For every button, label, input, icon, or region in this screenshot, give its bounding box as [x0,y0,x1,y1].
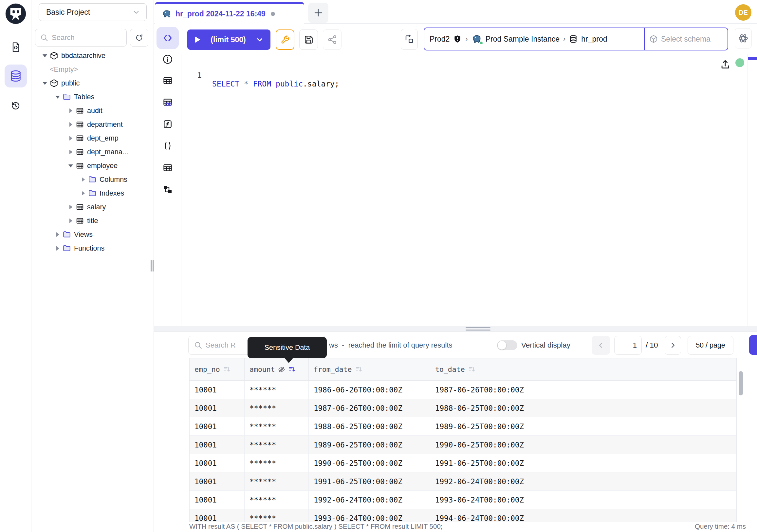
sidebar-search[interactable] [35,29,127,47]
toggle-knob [498,341,506,350]
folder-icon [88,189,97,198]
table-icon [76,120,84,129]
column-header-from-date[interactable]: from_date [309,359,430,380]
postgres-instance-icon [471,34,482,44]
connection-breadcrumb[interactable]: Prod2 › Prod Sample Instance › hr_prod S… [424,27,728,50]
environment-label: Prod2 [430,35,449,44]
column-header-amount[interactable]: amount [245,359,309,380]
vertical-display-toggle[interactable] [497,340,517,350]
sort-icon[interactable] [468,365,476,373]
caret-down-icon [55,96,61,99]
tree-item-views[interactable]: Views [31,228,154,241]
folder-icon [88,175,97,184]
page-total-label: / 10 [646,336,658,355]
table-row[interactable]: 10001******1993-06-24T00:00:00Z1994-06-2… [190,509,736,522]
ai-assistant-icon-button[interactable] [735,28,752,48]
editor-scroll-marker [748,57,757,60]
tree-item-title[interactable]: title [31,214,154,228]
query-limit-notice: ws - reached the limit of query results [329,336,452,355]
result-table-body: 10001******1986-06-26T00:00:00Z1987-06-2… [190,381,736,522]
table-row[interactable]: 10001******1989-06-25T00:00:00Z1990-06-2… [190,436,736,454]
parentheses-icon[interactable] [163,141,173,151]
caret-right-icon [68,150,74,154]
sidebar-search-input[interactable] [52,33,117,42]
bytebase-logo[interactable] [5,3,27,25]
tree-item-columns[interactable]: Columns [31,172,154,186]
function-icon[interactable] [163,119,173,129]
tree-item-dept-emp[interactable]: dept_emp [31,131,154,145]
editor-side-rail [154,54,181,326]
tree-item-audit[interactable]: audit [31,104,154,118]
caret-down-icon [68,165,74,168]
tree-item-indexes[interactable]: Indexes [31,186,154,200]
info-icon[interactable] [163,54,173,65]
sql-editor[interactable]: 1 SELECT * FROM public.salary; [181,54,757,326]
run-button-label: (limit 500) [201,35,256,44]
tab-hr-prod[interactable]: hr_prod 2024-11-22 16:49 [155,2,304,24]
panel-splitter[interactable] [154,326,757,332]
caret-right-icon [68,136,74,141]
tree-item-public[interactable]: public [31,76,154,90]
tab-bar: hr_prod 2024-11-22 16:49 DE [154,0,757,24]
play-icon [194,36,201,44]
table-icon [76,162,84,170]
sheet-table-icon[interactable] [163,163,173,173]
schema-tree: bbdataarchive <Empty> public Tables audi… [31,49,154,255]
select-schema-button[interactable]: Select schema [644,28,728,50]
database-icon [569,35,578,43]
column-header-emp-no[interactable]: emp_no [190,359,245,380]
tree-item-label: Columns [100,175,127,184]
worksheet-file-icon[interactable] [8,39,24,55]
next-page-button[interactable] [665,336,681,355]
export-button-clipped[interactable] [749,335,757,355]
table-row[interactable]: 10001******1990-06-25T00:00:00Z1991-06-2… [190,454,736,472]
caret-right-icon [80,177,86,182]
tree-item-tables[interactable]: Tables [31,90,154,104]
refresh-button[interactable] [130,29,148,47]
results-vertical-scrollbar[interactable] [739,371,743,395]
run-query-button[interactable]: (limit 500) [187,29,270,50]
schema-diagram-icon[interactable] [163,184,173,195]
tree-item-salary[interactable]: salary [31,200,154,214]
table-panel-icon[interactable] [163,75,173,86]
share-button[interactable] [323,29,342,50]
caret-down-icon [42,54,48,57]
sidebar-resize-handle[interactable] [151,259,154,273]
sort-icon[interactable] [355,365,363,373]
table-row[interactable]: 10001******1991-06-25T00:00:00Z1992-06-2… [190,472,736,491]
sensitive-data-tooltip: Sensitive Data [248,337,327,358]
caret-down-icon [42,82,48,85]
page-number-input[interactable] [614,336,642,355]
table-row[interactable]: 10001******1988-06-25T00:00:00Z1989-06-2… [190,417,736,436]
sql-editor-panel-icon-selected[interactable] [157,27,179,49]
project-selector[interactable]: Basic Project [39,3,147,21]
tree-item-employee[interactable]: employee [31,159,154,172]
tree-item-department[interactable]: department [31,118,154,131]
sort-icon-active[interactable] [288,365,296,373]
new-tab-button[interactable] [308,3,328,23]
run-options-chevron-icon[interactable] [256,35,264,44]
avatar[interactable]: DE [735,4,751,21]
table-row[interactable]: 10001******1992-06-24T00:00:00Z1993-06-2… [190,491,736,509]
tooltip-text: Sensitive Data [264,344,310,352]
prev-page-button[interactable] [591,336,610,355]
history-icon[interactable] [8,98,24,114]
tree-item-bbdataarchive[interactable]: bbdataarchive [31,49,154,63]
tree-item-functions[interactable]: Functions [31,241,154,255]
tree-item-label: department [87,121,123,129]
upload-sql-icon[interactable] [720,59,731,71]
format-sql-wrench-button[interactable] [276,29,294,50]
search-icon [40,33,48,42]
code-line: 1 SELECT * FROM public.salary; [181,63,209,97]
page-size-select[interactable]: 50 / page [687,336,733,355]
save-button[interactable] [299,29,318,50]
tree-item-dept-manager[interactable]: dept_mana... [31,145,154,159]
column-header-to-date[interactable]: to_date [430,359,552,380]
database-panel-icon-selected[interactable] [5,65,27,87]
sort-icon[interactable] [223,365,231,373]
column-label: emp_no [195,365,220,373]
table-row[interactable]: 10001******1986-06-26T00:00:00Z1987-06-2… [190,381,736,399]
connection-link-icon-button[interactable] [401,29,418,50]
masked-table-icon[interactable] [163,97,173,108]
table-row[interactable]: 10001******1987-06-26T00:00:00Z1988-06-2… [190,399,736,417]
